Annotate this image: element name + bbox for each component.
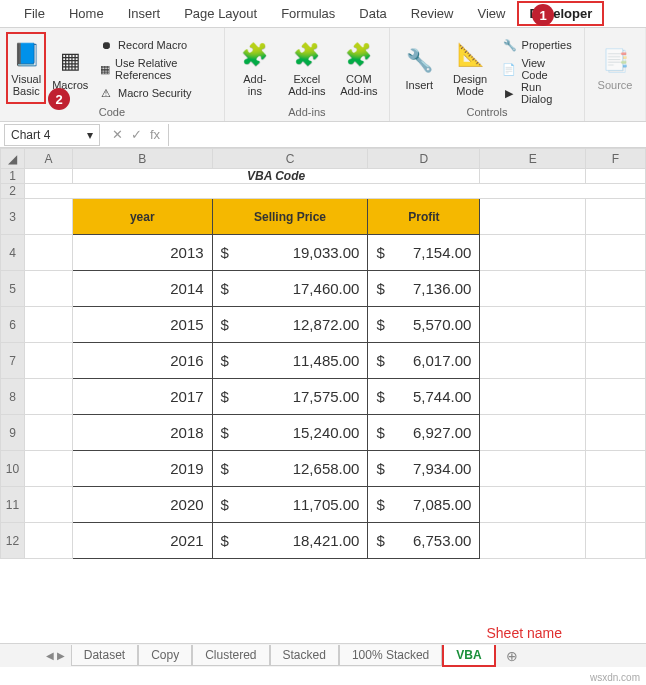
cell-selling[interactable]: $12,658.00	[212, 451, 368, 487]
relative-icon: ▦	[98, 63, 111, 76]
cell-selling[interactable]: $17,575.00	[212, 379, 368, 415]
col-E[interactable]: E	[480, 149, 586, 169]
select-all[interactable]: ◢	[1, 149, 25, 169]
cell-year[interactable]: 2021	[72, 523, 212, 559]
tab-data[interactable]: Data	[347, 1, 398, 26]
header-year[interactable]: year	[72, 199, 212, 235]
cell-year[interactable]: 2017	[72, 379, 212, 415]
fx-icon[interactable]: fx	[150, 127, 160, 142]
row-10[interactable]: 10	[1, 451, 25, 487]
chevron-down-icon: ▾	[87, 128, 93, 142]
cell-selling[interactable]: $12,872.00	[212, 307, 368, 343]
tab-formulas[interactable]: Formulas	[269, 1, 347, 26]
row-8[interactable]: 8	[1, 379, 25, 415]
name-box[interactable]: Chart 4▾	[4, 124, 100, 146]
group-code: 📘 Visual Basic ▦ Macros ⏺Record Macro ▦U…	[0, 28, 225, 121]
view-code-button[interactable]: 📄View Code	[498, 58, 578, 80]
cell-profit[interactable]: $6,927.00	[368, 415, 480, 451]
record-icon: ⏺	[98, 39, 114, 51]
col-D[interactable]: D	[368, 149, 480, 169]
tab-home[interactable]: Home	[57, 1, 116, 26]
header-selling[interactable]: Selling Price	[212, 199, 368, 235]
sheet-tab-copy[interactable]: Copy	[138, 645, 192, 666]
record-macro-button[interactable]: ⏺Record Macro	[94, 34, 218, 56]
source-button[interactable]: 📑Source	[591, 32, 639, 104]
sheet-tab-100stacked[interactable]: 100% Stacked	[339, 645, 442, 666]
cell-year[interactable]: 2015	[72, 307, 212, 343]
design-mode-button[interactable]: 📐Design Mode	[447, 32, 494, 104]
tab-insert[interactable]: Insert	[116, 1, 173, 26]
title-cell[interactable]: VBA Code	[72, 169, 479, 184]
cell-profit[interactable]: $7,136.00	[368, 271, 480, 307]
design-mode-icon: 📐	[454, 39, 486, 71]
col-A[interactable]: A	[24, 149, 72, 169]
properties-icon: 🔧	[502, 39, 518, 52]
visual-basic-icon: 📘	[10, 39, 42, 71]
sheet-tab-stacked[interactable]: Stacked	[270, 645, 339, 666]
run-dialog-button[interactable]: ▶Run Dialog	[498, 82, 578, 104]
cell-year[interactable]: 2020	[72, 487, 212, 523]
add-sheet-button[interactable]: ⊕	[496, 648, 528, 664]
group-controls-label: Controls	[396, 104, 578, 120]
row-5[interactable]: 5	[1, 271, 25, 307]
cell-profit[interactable]: $6,017.00	[368, 343, 480, 379]
cell-year[interactable]: 2016	[72, 343, 212, 379]
insert-control-button[interactable]: 🔧Insert	[396, 32, 443, 104]
cell-selling[interactable]: $11,485.00	[212, 343, 368, 379]
row-4[interactable]: 4	[1, 235, 25, 271]
excel-addins-button[interactable]: 🧩Excel Add-ins	[283, 32, 331, 104]
row-2[interactable]: 2	[1, 184, 25, 199]
sheet-tab-clustered[interactable]: Clustered	[192, 645, 269, 666]
row-12[interactable]: 12	[1, 523, 25, 559]
com-addins-button[interactable]: 🧩COM Add-ins	[335, 32, 383, 104]
col-C[interactable]: C	[212, 149, 368, 169]
cell-year[interactable]: 2018	[72, 415, 212, 451]
sheet-tab-vba[interactable]: VBA	[442, 645, 495, 667]
row-3[interactable]: 3	[1, 199, 25, 235]
sheet-nav[interactable]: ◀ ▶	[40, 650, 71, 661]
row-1[interactable]: 1	[1, 169, 25, 184]
cell-selling[interactable]: $18,421.00	[212, 523, 368, 559]
enter-icon[interactable]: ✓	[131, 127, 142, 142]
group-code-label: Code	[6, 104, 218, 120]
row-9[interactable]: 9	[1, 415, 25, 451]
cell-profit[interactable]: $7,154.00	[368, 235, 480, 271]
col-B[interactable]: B	[72, 149, 212, 169]
sheet-tab-dataset[interactable]: Dataset	[71, 645, 138, 666]
tab-file[interactable]: File	[12, 1, 57, 26]
cell-year[interactable]: 2014	[72, 271, 212, 307]
cell-profit[interactable]: $6,753.00	[368, 523, 480, 559]
row-11[interactable]: 11	[1, 487, 25, 523]
row-7[interactable]: 7	[1, 343, 25, 379]
spreadsheet-grid[interactable]: ◢ A B C D E F 1VBA Code 2 3 year Selling…	[0, 148, 646, 559]
cell-selling[interactable]: $17,460.00	[212, 271, 368, 307]
relative-refs-button[interactable]: ▦Use Relative References	[94, 58, 218, 80]
annotation-badge-1: 1	[532, 4, 554, 26]
cell-year[interactable]: 2013	[72, 235, 212, 271]
tab-review[interactable]: Review	[399, 1, 466, 26]
tab-view[interactable]: View	[465, 1, 517, 26]
row-6[interactable]: 6	[1, 307, 25, 343]
visual-basic-button[interactable]: 📘 Visual Basic	[6, 32, 46, 104]
cancel-icon[interactable]: ✕	[112, 127, 123, 142]
cell-year[interactable]: 2019	[72, 451, 212, 487]
cell-selling[interactable]: $15,240.00	[212, 415, 368, 451]
cell-profit[interactable]: $5,744.00	[368, 379, 480, 415]
annotation-badge-2: 2	[48, 88, 70, 110]
macro-security-button[interactable]: ⚠Macro Security	[94, 82, 218, 104]
group-addins: 🧩Add- ins 🧩Excel Add-ins 🧩COM Add-ins Ad…	[225, 28, 390, 121]
tab-page-layout[interactable]: Page Layout	[172, 1, 269, 26]
cell-profit[interactable]: $5,570.00	[368, 307, 480, 343]
cell-profit[interactable]: $7,934.00	[368, 451, 480, 487]
cell-selling[interactable]: $19,033.00	[212, 235, 368, 271]
header-profit[interactable]: Profit	[368, 199, 480, 235]
com-addins-icon: 🧩	[343, 39, 375, 71]
col-F[interactable]: F	[586, 149, 646, 169]
properties-button[interactable]: 🔧Properties	[498, 34, 578, 56]
group-controls: 🔧Insert 📐Design Mode 🔧Properties 📄View C…	[390, 28, 585, 121]
tab-developer[interactable]: Developer	[517, 1, 604, 26]
addins-button[interactable]: 🧩Add- ins	[231, 32, 279, 104]
cell-profit[interactable]: $7,085.00	[368, 487, 480, 523]
formula-input[interactable]	[168, 124, 646, 146]
cell-selling[interactable]: $11,705.00	[212, 487, 368, 523]
